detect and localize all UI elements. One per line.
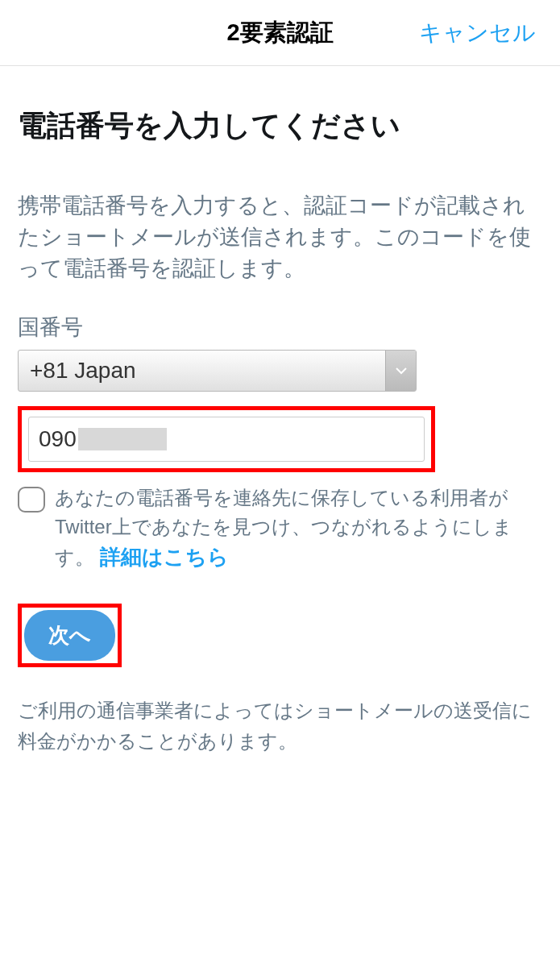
cancel-button[interactable]: キャンセル	[419, 18, 536, 48]
header-title: 2要素認証	[226, 17, 333, 49]
phone-number-value: 090	[39, 426, 77, 452]
checkbox-label: あなたの電話番号を連絡先に保存している利用者がTwitter上であなたを見つけ、…	[55, 484, 542, 573]
phone-number-input[interactable]: 090	[28, 417, 425, 462]
next-button[interactable]: 次へ	[24, 610, 115, 661]
country-code-select[interactable]: +81 Japan	[18, 350, 417, 392]
next-button-highlight: 次へ	[18, 604, 122, 667]
redacted-area	[78, 428, 167, 450]
country-code-label: 国番号	[18, 313, 542, 342]
chevron-down-icon	[385, 351, 416, 391]
description-text: 携帯電話番号を入力すると、認証コードが記載されたショートメールが送信されます。こ…	[18, 190, 542, 284]
page-title: 電話番号を入力してください	[18, 106, 542, 146]
detail-link[interactable]: 詳細はこちら	[100, 545, 229, 569]
content-area: 電話番号を入力してください 携帯電話番号を入力すると、認証コードが記載されたショ…	[0, 66, 560, 756]
header: 2要素認証 キャンセル	[0, 0, 560, 66]
discoverability-checkbox[interactable]	[18, 487, 45, 513]
phone-input-highlight: 090	[18, 406, 435, 472]
country-code-value: +81 Japan	[30, 358, 136, 384]
footer-note: ご利用の通信事業者によってはショートメールの送受信に料金がかかることがあります。	[18, 695, 542, 755]
discoverability-option: あなたの電話番号を連絡先に保存している利用者がTwitter上であなたを見つけ、…	[18, 484, 542, 573]
